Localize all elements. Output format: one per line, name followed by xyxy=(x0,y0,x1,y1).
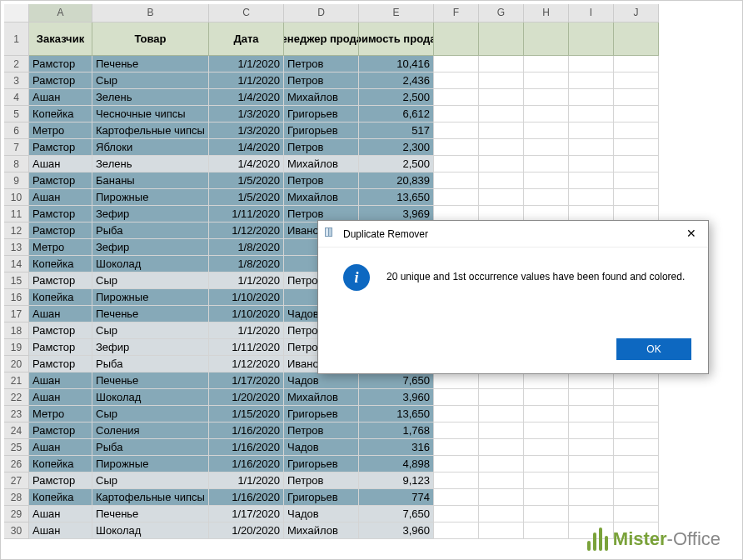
col-header-I[interactable]: I xyxy=(569,4,614,22)
empty-cell[interactable] xyxy=(479,506,524,522)
row-header-29[interactable]: 29 xyxy=(4,506,29,522)
row-header-12[interactable]: 12 xyxy=(4,222,29,239)
empty-cell[interactable] xyxy=(434,389,479,406)
cell-customer[interactable]: Ашан xyxy=(29,389,92,406)
empty-cell[interactable] xyxy=(569,406,614,422)
cell-date[interactable]: 1/4/2020 xyxy=(209,89,284,106)
col-header-F[interactable]: F xyxy=(434,4,479,22)
empty-cell[interactable] xyxy=(569,389,614,406)
cell-date[interactable]: 1/8/2020 xyxy=(209,256,284,272)
table-header-B[interactable]: Товар xyxy=(92,22,209,56)
empty-cell[interactable] xyxy=(524,139,569,156)
empty-cell[interactable] xyxy=(479,389,524,406)
cell-product[interactable]: Зелень xyxy=(92,156,209,172)
empty-cell[interactable] xyxy=(569,189,614,206)
cell-cost[interactable]: 7,650 xyxy=(359,506,434,522)
cell-manager[interactable]: Петров xyxy=(284,422,359,439)
cell-date[interactable]: 1/4/2020 xyxy=(209,156,284,172)
empty-cell[interactable] xyxy=(434,22,479,56)
empty-cell[interactable] xyxy=(569,472,614,489)
cell-product[interactable]: Сыр xyxy=(92,272,209,289)
table-header-C[interactable]: Дата xyxy=(209,22,284,56)
empty-cell[interactable] xyxy=(524,189,569,206)
empty-cell[interactable] xyxy=(614,372,659,389)
cell-date[interactable]: 1/17/2020 xyxy=(209,372,284,389)
col-header-C[interactable]: C xyxy=(209,4,284,22)
cell-date[interactable]: 1/11/2020 xyxy=(209,339,284,356)
cell-customer[interactable]: Ашан xyxy=(29,156,92,172)
cell-product[interactable]: Зефир xyxy=(92,206,209,222)
cell-cost[interactable]: 316 xyxy=(359,439,434,456)
cell-customer[interactable]: Ашан xyxy=(29,306,92,322)
cell-customer[interactable]: Рамстор xyxy=(29,356,92,372)
empty-cell[interactable] xyxy=(524,72,569,89)
cell-date[interactable]: 1/16/2020 xyxy=(209,439,284,456)
empty-cell[interactable] xyxy=(524,522,569,539)
empty-cell[interactable] xyxy=(434,456,479,472)
cell-date[interactable]: 1/12/2020 xyxy=(209,356,284,372)
cell-manager[interactable]: Григорьев xyxy=(284,106,359,122)
cell-product[interactable]: Сыр xyxy=(92,322,209,339)
cell-customer[interactable]: Копейка xyxy=(29,289,92,306)
empty-cell[interactable] xyxy=(434,489,479,506)
cell-product[interactable]: Печенье xyxy=(92,506,209,522)
cell-manager[interactable]: Чадов xyxy=(284,372,359,389)
empty-cell[interactable] xyxy=(569,156,614,172)
cell-manager[interactable]: Григорьев xyxy=(284,456,359,472)
row-header-21[interactable]: 21 xyxy=(4,372,29,389)
empty-cell[interactable] xyxy=(479,139,524,156)
cell-product[interactable]: Шоколад xyxy=(92,389,209,406)
cell-date[interactable]: 1/10/2020 xyxy=(209,289,284,306)
empty-cell[interactable] xyxy=(614,22,659,56)
row-header-9[interactable]: 9 xyxy=(4,172,29,189)
cell-manager[interactable]: Михайлов xyxy=(284,156,359,172)
empty-cell[interactable] xyxy=(479,172,524,189)
col-header-E[interactable]: E xyxy=(359,4,434,22)
cell-date[interactable]: 1/1/2020 xyxy=(209,72,284,89)
empty-cell[interactable] xyxy=(569,122,614,139)
empty-cell[interactable] xyxy=(524,422,569,439)
empty-cell[interactable] xyxy=(479,372,524,389)
empty-cell[interactable] xyxy=(434,422,479,439)
empty-cell[interactable] xyxy=(524,439,569,456)
empty-cell[interactable] xyxy=(569,72,614,89)
cell-product[interactable]: Сыр xyxy=(92,72,209,89)
table-header-E[interactable]: Стоимость продажи xyxy=(359,22,434,56)
cell-cost[interactable]: 3,960 xyxy=(359,522,434,539)
empty-cell[interactable] xyxy=(614,139,659,156)
row-header-1[interactable]: 1 xyxy=(4,22,29,56)
empty-cell[interactable] xyxy=(614,439,659,456)
row-header-19[interactable]: 19 xyxy=(4,339,29,356)
row-header-24[interactable]: 24 xyxy=(4,422,29,439)
row-header-23[interactable]: 23 xyxy=(4,406,29,422)
empty-cell[interactable] xyxy=(524,22,569,56)
cell-customer[interactable]: Копейка xyxy=(29,489,92,506)
cell-customer[interactable]: Копейка xyxy=(29,256,92,272)
cell-customer[interactable]: Ашан xyxy=(29,89,92,106)
row-header-5[interactable]: 5 xyxy=(4,106,29,122)
cell-customer[interactable]: Рамстор xyxy=(29,272,92,289)
empty-cell[interactable] xyxy=(524,56,569,72)
empty-cell[interactable] xyxy=(479,56,524,72)
empty-cell[interactable] xyxy=(569,22,614,56)
empty-cell[interactable] xyxy=(434,72,479,89)
empty-cell[interactable] xyxy=(524,172,569,189)
cell-product[interactable]: Рыба xyxy=(92,356,209,372)
row-header-2[interactable]: 2 xyxy=(4,56,29,72)
table-header-D[interactable]: Менеджер продаж xyxy=(284,22,359,56)
empty-cell[interactable] xyxy=(479,122,524,139)
cell-date[interactable]: 1/1/2020 xyxy=(209,472,284,489)
table-header-A[interactable]: Заказчик xyxy=(29,22,92,56)
cell-customer[interactable]: Метро xyxy=(29,122,92,139)
cell-customer[interactable]: Копейка xyxy=(29,456,92,472)
empty-cell[interactable] xyxy=(524,456,569,472)
cell-customer[interactable]: Метро xyxy=(29,239,92,256)
cell-cost[interactable]: 10,416 xyxy=(359,56,434,72)
select-all-corner[interactable] xyxy=(4,4,29,22)
empty-cell[interactable] xyxy=(569,456,614,472)
cell-manager[interactable]: Петров xyxy=(284,72,359,89)
cell-product[interactable]: Зелень xyxy=(92,89,209,106)
empty-cell[interactable] xyxy=(569,506,614,522)
empty-cell[interactable] xyxy=(614,172,659,189)
cell-customer[interactable]: Рамстор xyxy=(29,172,92,189)
